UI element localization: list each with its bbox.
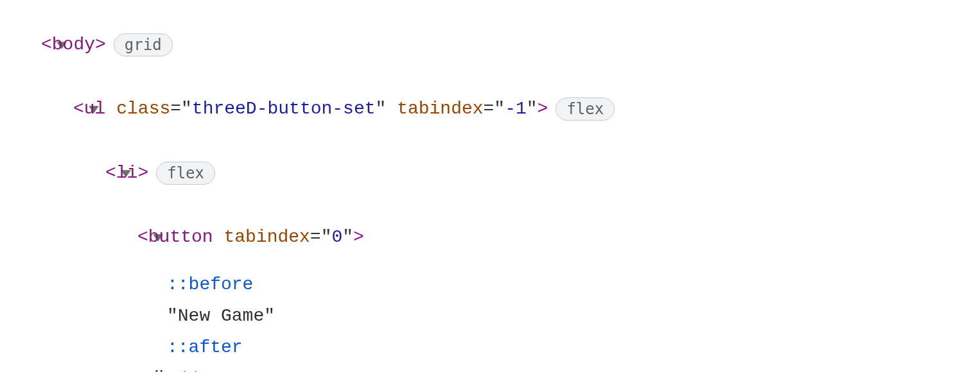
tag-ul-open-left: <ul (73, 95, 105, 124)
dom-node-ul[interactable]: <ul class =" threeD-button-set " tabinde… (0, 77, 980, 141)
attr-eq: =" (170, 95, 192, 124)
tag-button-open-left: <button (137, 223, 213, 252)
dom-node-button[interactable]: <button tabindex =" 0 " > (0, 205, 980, 269)
tag-button-close: </button> (137, 364, 234, 372)
attr-quote-close: " (342, 223, 353, 252)
layout-badge-flex[interactable]: flex (156, 162, 215, 185)
attr-quote-close: " (376, 95, 387, 124)
tag-body-open: <body> (41, 31, 106, 60)
tag-button-open-right: > (353, 223, 364, 252)
expand-arrow-icon[interactable] (122, 207, 137, 268)
dom-pseudo-after[interactable]: ::after (0, 332, 980, 364)
dom-node-button-close[interactable]: </button> (0, 363, 980, 372)
attr-value-class: threeD-button-set (192, 95, 376, 124)
expand-arrow-icon[interactable] (26, 14, 41, 76)
attr-quote-close: " (527, 95, 538, 124)
attr-name-tabindex: tabindex (397, 95, 483, 124)
attr-eq: =" (310, 223, 332, 252)
text-node-content: "New Game" (167, 302, 275, 331)
pseudo-after: ::after (167, 334, 243, 362)
dom-node-li[interactable]: <li> flex (0, 141, 980, 205)
expand-arrow-icon[interactable] (58, 78, 73, 140)
attr-value-tabindex: 0 (331, 223, 342, 252)
dom-text-node[interactable]: "New Game" (0, 301, 980, 332)
pseudo-before: ::before (167, 271, 253, 300)
attr-eq: =" (484, 95, 505, 124)
dom-node-body[interactable]: <body> grid (0, 13, 980, 77)
attr-name-class: class (116, 95, 170, 124)
tag-ul-open-right: > (538, 95, 548, 124)
attr-name-tabindex: tabindex (223, 223, 310, 252)
tag-li-open: <li> (105, 159, 148, 188)
layout-badge-grid[interactable]: grid (114, 33, 173, 56)
expand-arrow-icon[interactable] (90, 142, 105, 204)
layout-badge-flex[interactable]: flex (556, 97, 615, 121)
attr-value-tabindex: -1 (505, 95, 527, 124)
dom-pseudo-before[interactable]: ::before (0, 269, 980, 301)
